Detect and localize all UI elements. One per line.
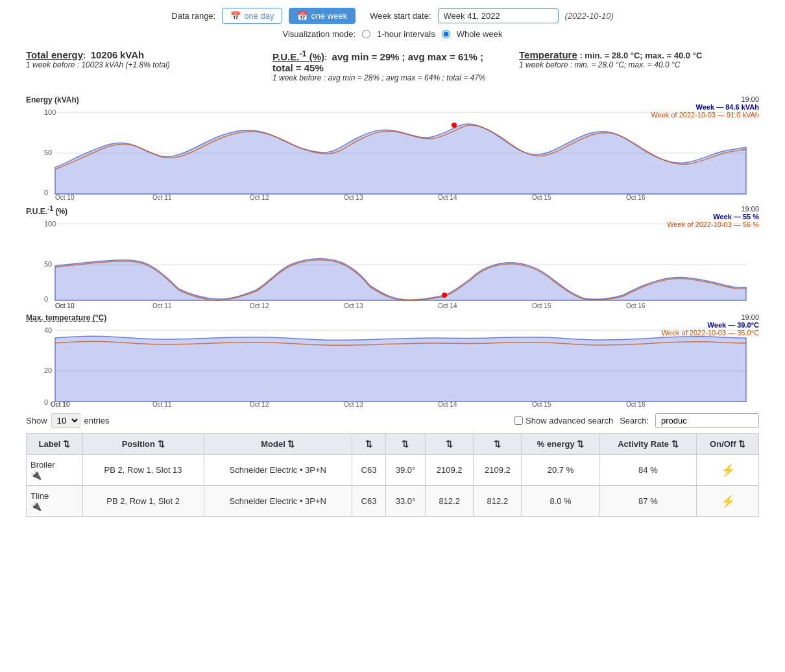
entries-select[interactable]: 10 25 50 bbox=[51, 413, 80, 428]
svg-text:Oct 15: Oct 15 bbox=[532, 401, 551, 408]
col-model[interactable]: Model ⇅ bbox=[204, 434, 352, 455]
advanced-search-checkbox[interactable] bbox=[514, 416, 523, 425]
table-row: Tline🔌 PB 2, Row 1, Slot 2 Schneider Ele… bbox=[27, 486, 759, 517]
svg-text:Oct 11: Oct 11 bbox=[152, 401, 172, 408]
charts-area: Energy (kVAh) 19:00 Week — 84.6 kVAh Wee… bbox=[0, 95, 785, 408]
one-week-button[interactable]: 📅 one week bbox=[289, 8, 356, 24]
svg-text:Oct 10: Oct 10 bbox=[55, 302, 75, 308]
col-7[interactable]: ⇅ bbox=[474, 434, 522, 455]
one-day-button[interactable]: 📅 one day bbox=[222, 8, 282, 24]
table-controls: Show 10 25 50 entries Show advanced sear… bbox=[0, 408, 785, 433]
week-start-label: Week start date: bbox=[370, 11, 431, 21]
svg-text:Oct 15: Oct 15 bbox=[532, 302, 551, 308]
pue-time-label: 19:00 bbox=[741, 205, 759, 213]
svg-text:Oct 14: Oct 14 bbox=[438, 194, 457, 200]
vis-1h-label: 1-hour intervals bbox=[377, 29, 435, 39]
svg-text:Oct 12: Oct 12 bbox=[250, 194, 269, 200]
cell-position: PB 2, Row 1, Slot 2 bbox=[82, 486, 204, 517]
col-on-off[interactable]: On/Off ⇅ bbox=[697, 434, 759, 455]
pue-chart-container: P.U.E.-1 (%) 19:00 Week — 55 % Week of 2… bbox=[26, 205, 759, 308]
energy-chart-container: Energy (kVAh) 19:00 Week — 84.6 kVAh Wee… bbox=[26, 95, 759, 200]
cell-activity-rate: 87 % bbox=[599, 486, 697, 517]
cell-on-off: ⚡ bbox=[697, 486, 759, 517]
svg-text:Oct 16: Oct 16 bbox=[626, 302, 646, 308]
table-row: Broiler🔌 PB 2, Row 1, Slot 13 Schneider … bbox=[27, 455, 759, 486]
calendar-icon: 📅 bbox=[230, 11, 241, 21]
svg-text:0: 0 bbox=[44, 189, 48, 197]
cell-on-off: ⚡ bbox=[697, 455, 759, 486]
energy-prev: 1 week before : 10023 kVAh (+1.8% total) bbox=[26, 60, 260, 69]
svg-text:50: 50 bbox=[44, 149, 52, 156]
svg-text:Oct 12: Oct 12 bbox=[250, 302, 269, 308]
pue-chart-title: P.U.E.-1 (%) bbox=[26, 205, 759, 216]
pue-chart-svg: 100 50 0 Oct 10 Oct 10 Oct 11 Oct 12 Oct… bbox=[26, 217, 759, 308]
col-label[interactable]: Label ⇅ bbox=[27, 434, 83, 455]
energy-unit: kVAh bbox=[120, 49, 144, 60]
data-range-label: Data range: bbox=[171, 11, 215, 21]
col-pct-energy[interactable]: % energy ⇅ bbox=[522, 434, 599, 455]
plug-icon-blue: 🔌 bbox=[30, 501, 42, 511]
search-label: Search: bbox=[620, 416, 649, 426]
cell-model: Schneider Electric • 3P+N bbox=[204, 455, 352, 486]
energy-title: Total energy bbox=[26, 49, 83, 60]
pue-week-legend: Week — 55 % bbox=[713, 213, 759, 221]
vis-mode-label: Visualization mode: bbox=[283, 29, 356, 39]
cell-col4: C63 bbox=[352, 455, 386, 486]
svg-text:Oct 13: Oct 13 bbox=[344, 302, 363, 308]
svg-text:Oct 13: Oct 13 bbox=[344, 194, 363, 200]
top-controls: Data range: 📅 one day 📅 one week Week st… bbox=[0, 0, 785, 44]
advanced-search-label: Show advanced search bbox=[525, 416, 613, 426]
svg-text:40: 40 bbox=[44, 326, 52, 334]
vis-week-label: Whole week bbox=[457, 29, 503, 39]
energy-chart-title: Energy (kVAh) bbox=[26, 95, 759, 104]
svg-point-6 bbox=[452, 123, 457, 128]
cell-label: Broiler🔌 bbox=[27, 455, 83, 486]
energy-week-legend: Week — 84.6 kVAh bbox=[696, 103, 759, 111]
week-start-input[interactable] bbox=[438, 8, 559, 23]
svg-text:Oct 16: Oct 16 bbox=[626, 401, 646, 408]
col-5[interactable]: ⇅ bbox=[385, 434, 425, 455]
cell-col6: 812.2 bbox=[426, 486, 474, 517]
pue-prev: 1 week before : avg min = 28% ; avg max … bbox=[272, 73, 506, 82]
svg-text:Oct 14: Oct 14 bbox=[438, 302, 457, 308]
svg-text:Oct 13: Oct 13 bbox=[344, 401, 363, 408]
entries-label: entries bbox=[84, 416, 110, 426]
energy-value: 10206 bbox=[91, 49, 118, 60]
svg-text:Oct 12: Oct 12 bbox=[250, 401, 269, 408]
stats-section: Total energy: 10206 kVAh 1 week before :… bbox=[0, 44, 785, 90]
svg-text:0: 0 bbox=[44, 295, 48, 303]
temp-chart-container: Max. temperature (°C) 19:00 Week — 39.0°… bbox=[26, 313, 759, 408]
vis-week-radio[interactable] bbox=[442, 30, 450, 38]
svg-text:Oct 11: Oct 11 bbox=[152, 302, 172, 308]
svg-text:100: 100 bbox=[44, 220, 56, 228]
week-date-display: (2022-10-10) bbox=[565, 11, 614, 21]
calendar-icon-week: 📅 bbox=[297, 11, 308, 21]
energy-chart-svg: 100 50 0 Oct 10 2022 Oct 11 Oct 12 Oct 1… bbox=[26, 106, 759, 200]
temp-time-label: 19:00 bbox=[741, 313, 759, 321]
cell-pct-energy: 20.7 % bbox=[522, 455, 599, 486]
energy-time-label: 19:00 bbox=[741, 95, 759, 103]
col-position[interactable]: Position ⇅ bbox=[82, 434, 204, 455]
cell-pct-energy: 8.0 % bbox=[522, 486, 599, 517]
col-6[interactable]: ⇅ bbox=[426, 434, 474, 455]
cell-col5: 33.0° bbox=[385, 486, 425, 517]
cell-col7: 2109.2 bbox=[474, 455, 522, 486]
pue-prev-legend: Week of 2022-10-03 — 56 % bbox=[667, 221, 759, 228]
svg-point-21 bbox=[442, 293, 447, 298]
energy-stat: Total energy: 10206 kVAh 1 week before :… bbox=[26, 49, 266, 82]
cell-col6: 2109.2 bbox=[426, 455, 474, 486]
temp-stat: Temperature : min. = 28.0 °C; max. = 40.… bbox=[513, 49, 759, 82]
temp-prev-legend: Week of 2022-10-03 — 35.0°C bbox=[662, 329, 759, 337]
search-input[interactable] bbox=[655, 413, 759, 428]
vis-1h-radio[interactable] bbox=[362, 30, 370, 38]
col-activity-rate[interactable]: Activity Rate ⇅ bbox=[599, 434, 697, 455]
svg-text:Oct 15: Oct 15 bbox=[532, 194, 551, 200]
svg-text:Oct 10: Oct 10 bbox=[51, 401, 70, 408]
svg-text:Oct 16: Oct 16 bbox=[626, 194, 646, 200]
temp-chart-title: Max. temperature (°C) bbox=[26, 313, 759, 322]
svg-text:0: 0 bbox=[44, 398, 48, 406]
svg-text:100: 100 bbox=[44, 108, 56, 116]
temp-title: Temperature bbox=[519, 49, 577, 60]
cell-col4: C63 bbox=[352, 486, 386, 517]
col-4[interactable]: ⇅ bbox=[352, 434, 386, 455]
